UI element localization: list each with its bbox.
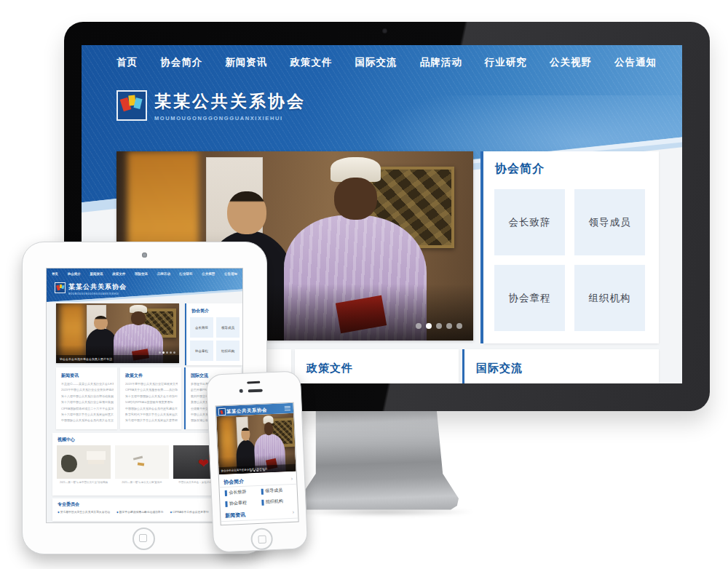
phone-intro-link-charter[interactable]: 协会章程: [225, 500, 247, 507]
tablet-intro-link-leaders[interactable]: 领导成员: [216, 317, 240, 338]
phone-intro-link-organization[interactable]: 组织机构: [261, 498, 283, 505]
tablet-policy-title: 政策文件: [125, 373, 181, 379]
tablet-nav-item[interactable]: 公告通知: [224, 272, 237, 276]
tablet-intro-link-organization[interactable]: 组织机构: [216, 341, 240, 361]
news-list-item[interactable]: CIPRA国际联络部成立二十六年年会实况: [61, 407, 114, 410]
carousel-dot[interactable]: [256, 469, 258, 471]
photo-man-in-robe-head: [334, 178, 377, 219]
chevron-right-icon[interactable]: ›: [293, 509, 295, 514]
phone-intro-section-title[interactable]: 协会简介: [223, 478, 244, 486]
committee-link[interactable]: 数字平台建设传播高峰论坛成功举办: [116, 510, 163, 514]
carousel-dot[interactable]: [250, 470, 252, 472]
chevron-right-icon[interactable]: ›: [291, 476, 293, 481]
tablet-nav-item[interactable]: 行业研究: [180, 272, 193, 276]
carousel-dot[interactable]: [416, 323, 422, 329]
tablet-logo-text-block: 某某公共关系协会 MOUMOUGONGGONGGUANXIXIEHUI: [68, 282, 127, 295]
news-list-item[interactable]: 第十六届中国大学生公共关系策划创意大赛: [61, 413, 114, 416]
webcam-icon: [382, 28, 387, 33]
carousel-dot[interactable]: [426, 323, 432, 329]
tablet-intro-link-charter[interactable]: 协会章程: [190, 341, 213, 361]
policy-list-item[interactable]: 2019年度中国公共关系行业宏观政策文件汇编: [125, 382, 178, 386]
nav-item-home[interactable]: 首页: [116, 56, 138, 69]
tablet-nav-item[interactable]: 公关视野: [202, 272, 215, 276]
nav-item-notice[interactable]: 公告通知: [614, 56, 657, 69]
carousel-dot[interactable]: [263, 469, 265, 471]
tablet-logo-flags-icon: [55, 282, 66, 293]
news-list-item[interactable]: 中国国际公共关系协会会员代表大会在京召开: [61, 418, 114, 422]
nav-item-international[interactable]: 国际交流: [355, 56, 397, 69]
committee-link[interactable]: 第七届中国大学生公共关系策划大赛启动: [58, 510, 110, 514]
policy-list-item[interactable]: 中国国际公共关系协会会员信息化建设方案: [125, 407, 178, 410]
carousel-dot[interactable]: [173, 351, 175, 354]
tablet-nav-item[interactable]: 政策文件: [112, 272, 125, 276]
phone-device: 某某公共关系协会 协会会长会见海外基金会负责人图片专访 协会简介 › 会长致辞 …: [206, 370, 309, 552]
carousel-dot[interactable]: [162, 351, 165, 354]
responsive-mockup-canvas: 首页 协会简介 新闻资讯 政策文件 国际交流 品牌活动 行业研究 公关视野 公告…: [0, 0, 728, 569]
carousel-dot[interactable]: [170, 351, 172, 354]
site-logo[interactable]: 某某公共关系协会 MOUMOUGONGGONGGUANXIXIEHUI: [116, 90, 306, 122]
tablet-nav-item[interactable]: 新闻资讯: [90, 272, 103, 276]
tablet-hero-carousel[interactable]: 协会会长会见海外基金会负责人图片专访: [56, 303, 179, 363]
nav-item-research[interactable]: 行业研究: [485, 56, 527, 69]
carousel-dots[interactable]: [416, 323, 462, 329]
hamburger-menu-icon[interactable]: [285, 405, 290, 410]
policy-panel: 政策文件: [295, 349, 459, 383]
photo-man-in-suit-head: [94, 316, 108, 330]
committee-link[interactable]: CIPRA年中工作会议在京举行: [170, 510, 208, 514]
tablet-nav-item[interactable]: 协会简介: [68, 272, 81, 276]
policy-list-item[interactable]: 第七届中国大学生公共关系策划大赛章程: [125, 418, 178, 422]
nav-item-policy[interactable]: 政策文件: [290, 56, 332, 69]
policy-list-item[interactable]: CIPRA关于公共关系服务收费——执行版: [125, 388, 178, 391]
news-list-item[interactable]: 2023年中国公共关系行业企业资质评选结果: [61, 388, 114, 391]
logo-flags-icon: [116, 90, 147, 121]
tablet-intro-link-president[interactable]: 会长致辞: [190, 317, 213, 338]
news-list-item[interactable]: 第十六届中国公共关系行业公益项目案例大赛: [61, 400, 114, 404]
tablet-committee-panel: 专业委员会 第七届中国大学生公共关系策划大赛启动 数字平台建设传播高峰论坛成功举…: [52, 498, 237, 521]
nav-item-about[interactable]: 协会简介: [160, 56, 202, 69]
tablet-news-title: 新闻资讯: [61, 373, 117, 379]
intro-link-organization[interactable]: 组织机构: [574, 265, 645, 331]
photo-man-in-suit-head: [241, 427, 250, 441]
nav-item-pr-vision[interactable]: 公关视野: [550, 56, 592, 69]
carousel-dot[interactable]: [436, 323, 442, 329]
nav-item-brand[interactable]: 品牌活动: [420, 56, 462, 69]
nav-item-news[interactable]: 新闻资讯: [225, 56, 267, 69]
video-caption: 2021—第一届“年度中国公关行业”活动视频: [57, 481, 111, 484]
phone-intro-link-leaders[interactable]: 领导成员: [261, 488, 283, 495]
phone-hero-carousel[interactable]: 协会会长会见海外基金会负责人图片专访: [216, 413, 296, 475]
video-thumbnail-sketch[interactable]: [115, 445, 169, 479]
carousel-slide-photo: 协会会长会见海外基金会负责人图片专访: [56, 303, 179, 363]
policy-list-item[interactable]: 5G时代的PRA运营营销专项宣贯通知: [125, 400, 178, 404]
policy-list-item[interactable]: 第十五届中国国际公共关系大会工作指引: [125, 394, 178, 398]
intro-link-president[interactable]: 会长致辞: [494, 189, 565, 255]
policy-list-item[interactable]: 数字化时代下中国大学生公共关系策划大纲: [125, 413, 178, 416]
carousel-dot[interactable]: [260, 469, 262, 471]
tablet-nav-item[interactable]: 首页: [52, 272, 58, 276]
carousel-dot[interactable]: [456, 323, 462, 329]
tablet-news-column: 新闻资讯 不忘初心——某某公共关系行业大会5月举办 2023年中国公共关系行业企…: [56, 367, 117, 429]
phone-speaker-icon: [248, 389, 263, 393]
tablet-nav-item[interactable]: 品牌活动: [157, 272, 170, 276]
carousel-dot[interactable]: [446, 323, 452, 329]
intro-link-charter[interactable]: 协会章程: [494, 265, 565, 331]
phone-news-section-title[interactable]: 新闻资讯: [225, 512, 245, 520]
tablet-intro-sidebar: 协会简介 会长致辞 领导成员 协会章程 组织机构: [185, 303, 242, 365]
news-list-item[interactable]: 不忘初心——某某公共关系行业大会5月举办: [61, 382, 114, 386]
intro-link-leaders[interactable]: 领导成员: [574, 189, 645, 255]
carousel-dot[interactable]: [253, 470, 256, 472]
phone-camera-icon: [240, 389, 243, 393]
carousel-dot[interactable]: [166, 351, 168, 354]
tablet-nav-item[interactable]: 国际交流: [135, 272, 148, 276]
sidebar-title: 协会简介: [483, 151, 659, 177]
photo-man-in-robe-head: [131, 311, 146, 325]
phone-intro-link-president[interactable]: 会长致辞: [225, 489, 247, 496]
site-title-pinyin: MOUMOUGONGGONGGUANXIXIEHUI: [154, 115, 306, 122]
site-title: 某某公共关系协会: [154, 90, 306, 113]
video-thumbnail-crafts[interactable]: [57, 445, 111, 479]
carousel-dot[interactable]: [159, 351, 161, 354]
carousel-dots[interactable]: [159, 351, 175, 354]
tablet-site-logo[interactable]: 某某公共关系协会 MOUMOUGONGGONGGUANXIXIEHUI: [55, 282, 127, 295]
tablet-site-title: 某某公共关系协会: [68, 282, 127, 292]
news-list-item[interactable]: 第十八届中国公共关系行业品牌活动案例大赛: [61, 394, 114, 398]
intl-panel: 国际交流: [464, 349, 659, 383]
